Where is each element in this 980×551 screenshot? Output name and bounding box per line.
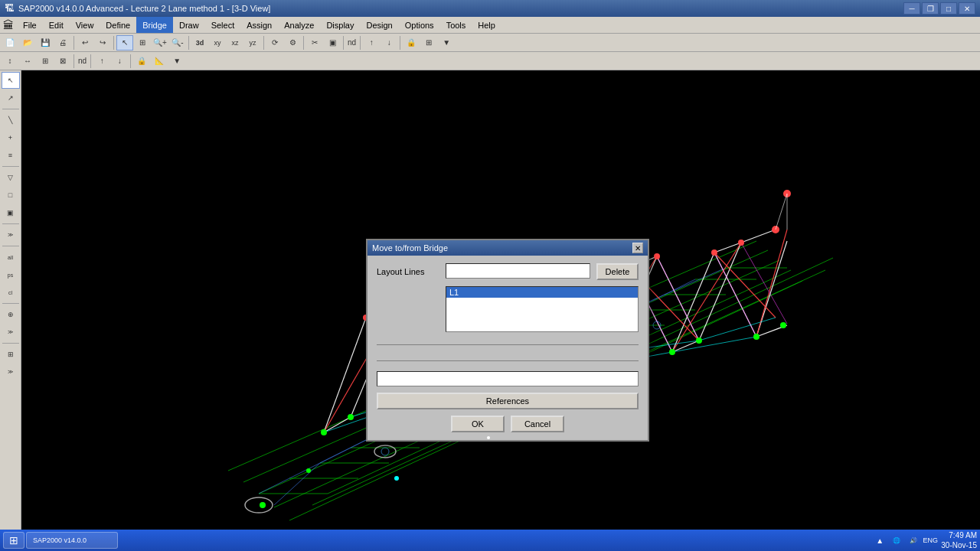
close-button[interactable]: ✕ [959, 2, 975, 15]
tb-section-cut[interactable]: ✂ [306, 35, 323, 51]
menu-select[interactable]: Select [205, 17, 241, 33]
tb2-lock2[interactable]: 🔒 [133, 54, 150, 69]
sep9 [74, 54, 74, 68]
sb-filled-rect[interactable]: ▣ [2, 204, 20, 221]
tb2-up2[interactable]: ↑ [93, 54, 110, 69]
tb-grid[interactable]: ⊞ [420, 35, 437, 51]
sep1 [74, 36, 74, 50]
tb-zoom-fit[interactable]: ⊞ [134, 35, 151, 51]
list-row: L1 [377, 286, 639, 338]
sidebar: ↖ ↗ ╲ + ≡ ▽ □ ▣ ≫ all ps cl ⊕ ≫ ⊞ ≫ [0, 70, 21, 534]
tb-xy[interactable]: xy [209, 35, 226, 51]
tb-down[interactable]: ↓ [381, 35, 397, 51]
tb-save[interactable]: 💾 [37, 35, 54, 51]
sep11 [130, 54, 131, 68]
sb-cl[interactable]: cl [2, 284, 20, 301]
sb-cross[interactable]: + [2, 129, 20, 146]
tb-up[interactable]: ↑ [363, 35, 380, 51]
menu-tools[interactable]: Tools [440, 17, 472, 33]
sb-ps[interactable]: ps [2, 266, 20, 283]
menu-draw[interactable]: Draw [173, 17, 205, 33]
sb-pointer2[interactable]: ↗ [2, 90, 20, 106]
dialog-buttons: OK Cancel [377, 416, 639, 432]
sb-triangle[interactable]: ▽ [2, 169, 20, 186]
tray-clock: 7:49 AM 30-Nov-15 [941, 530, 977, 550]
tb2-tile[interactable]: ⊞ [37, 54, 54, 69]
tb-more[interactable]: ▼ [438, 35, 455, 51]
cancel-button[interactable]: Cancel [511, 416, 564, 432]
sb-plus[interactable]: ⊕ [2, 306, 20, 323]
menu-options[interactable]: Options [399, 17, 440, 33]
menu-bridge[interactable]: Bridge [136, 17, 173, 33]
tb-rubber[interactable]: ▣ [324, 35, 341, 51]
titlebar-left: 🏗 SAP2000 v14.0.0 Advanced - Lecture 2 L… [5, 3, 270, 14]
titlebar: 🏗 SAP2000 v14.0.0 Advanced - Lecture 2 L… [0, 0, 980, 17]
separator [377, 344, 639, 345]
main-area: ↖ ↗ ╲ + ≡ ▽ □ ▣ ≫ all ps cl ⊕ ≫ ⊞ ≫ [0, 70, 980, 534]
tb-undo[interactable]: ↩ [77, 35, 93, 51]
viewport[interactable]: Move to/from Bridge ✕ Layout Lines Delet… [21, 70, 980, 534]
title-text: SAP2000 v14.0.0 Advanced - Lecture 2 Lan… [18, 4, 270, 13]
tb2-down2[interactable]: ↓ [111, 54, 128, 69]
delete-button[interactable]: Delete [596, 263, 639, 280]
references-button[interactable]: References [377, 393, 639, 409]
tb-rotate[interactable]: ⟳ [266, 35, 283, 51]
menu-edit[interactable]: Edit [43, 17, 70, 33]
tb-yz[interactable]: yz [244, 35, 261, 51]
menu-file[interactable]: File [17, 17, 43, 33]
section-header-row [377, 350, 639, 365]
tb-new[interactable]: 📄 [2, 35, 18, 51]
menu-design[interactable]: Design [360, 17, 398, 33]
toolbar2: ↕ ↔ ⊞ ⊠ nd ↑ ↓ 🔒 📐 ▼ [0, 52, 980, 70]
sb-expand[interactable]: ≫ [2, 227, 20, 243]
minimize-button[interactable]: ─ [903, 2, 920, 15]
tb-3d[interactable]: 3d [191, 35, 208, 51]
sep3 [188, 36, 189, 50]
tb-nd-label: nd [346, 38, 358, 47]
sb-grid[interactable]: ≡ [2, 147, 20, 164]
app-logo: 🏛 [3, 19, 14, 31]
tb2-more2[interactable]: ▼ [168, 54, 185, 69]
maximize-button[interactable]: □ [940, 2, 957, 15]
sb-select[interactable]: ↖ [2, 72, 20, 89]
tb-lock[interactable]: 🔒 [403, 35, 420, 51]
menu-define[interactable]: Define [100, 17, 136, 33]
menu-analyze[interactable]: Analyze [278, 17, 320, 33]
sb-grid2[interactable]: ⊞ [2, 346, 20, 363]
tb-redo[interactable]: ↪ [94, 35, 111, 51]
menu-assign[interactable]: Assign [240, 17, 278, 33]
tb2-resize-h[interactable]: ↔ [19, 54, 36, 69]
sb-arrow[interactable]: ≫ [2, 364, 20, 380]
ok-button[interactable]: OK [451, 416, 505, 432]
list-item-l1[interactable]: L1 [446, 287, 638, 298]
start-button[interactable]: ⊞ [3, 532, 24, 549]
menu-view[interactable]: View [70, 17, 100, 33]
tb-zoom-out[interactable]: 🔍- [169, 35, 186, 51]
tray-lang-icon: ENG [924, 534, 936, 546]
tb2-angle[interactable]: 📐 [151, 54, 168, 69]
sb-rect[interactable]: □ [2, 187, 20, 204]
dialog-close-button[interactable]: ✕ [632, 243, 643, 253]
toolbar1: 📄 📂 💾 🖨 ↩ ↪ ↖ ⊞ 🔍+ 🔍- 3d xy xz yz ⟳ ⚙ ✂ … [0, 34, 980, 52]
sb-sep2 [2, 166, 19, 167]
taskbar-sap2000[interactable]: SAP2000 v14.0.0 [26, 532, 118, 549]
tb2-resize-v[interactable]: ↕ [2, 54, 18, 69]
tb-print[interactable]: 🖨 [54, 35, 71, 51]
menu-help[interactable]: Help [472, 17, 501, 33]
tb-spin[interactable]: ⚙ [284, 35, 301, 51]
tb-open[interactable]: 📂 [19, 35, 36, 51]
layout-lines-label: Layout Lines [377, 267, 446, 276]
tb-zoom-in[interactable]: 🔍+ [152, 35, 168, 51]
restore-button[interactable]: ❐ [922, 2, 939, 15]
tb2-cascade[interactable]: ⊠ [54, 54, 71, 69]
tray-icon-1[interactable]: ▲ [874, 534, 886, 546]
sb-expand2[interactable]: ≫ [2, 324, 20, 341]
sb-all[interactable]: all [2, 249, 20, 266]
tb-pointer[interactable]: ↖ [116, 35, 133, 51]
tb-xz[interactable]: xz [227, 35, 243, 51]
layout-lines-input[interactable] [446, 263, 590, 279]
sb-line[interactable]: ╲ [2, 112, 20, 129]
secondary-input[interactable] [377, 371, 639, 386]
menu-display[interactable]: Display [320, 17, 360, 33]
layout-lines-listbox[interactable]: L1 [446, 286, 639, 332]
